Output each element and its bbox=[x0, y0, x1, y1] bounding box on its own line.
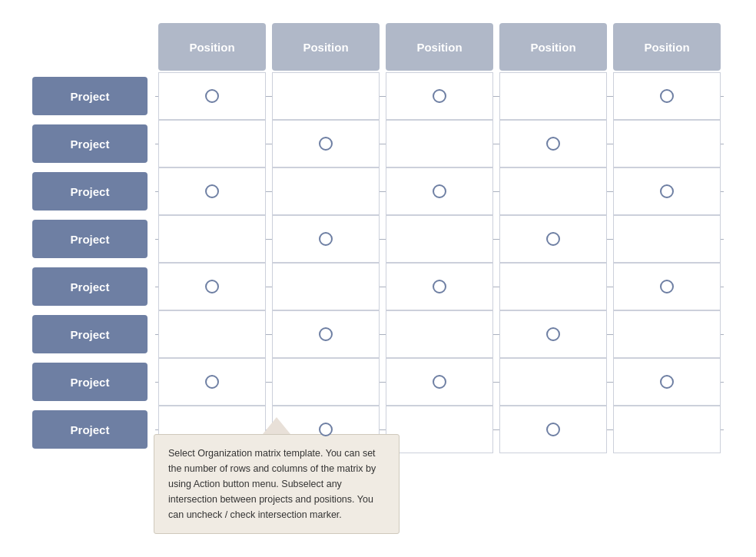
cell-0-0[interactable] bbox=[158, 72, 266, 120]
matrix-area: PositionPositionPositionPositionPosition… bbox=[32, 23, 724, 453]
position-header-3: Position bbox=[499, 23, 607, 71]
project-label-0: Project bbox=[32, 77, 148, 115]
cell-3-0[interactable] bbox=[158, 215, 266, 263]
callout-container: Select Organization matrix template. You… bbox=[154, 417, 400, 534]
circle-marker-2-0 bbox=[205, 184, 219, 198]
matrix-row-0: Project bbox=[32, 72, 724, 120]
circle-marker-7-1 bbox=[319, 423, 333, 436]
cell-5-0[interactable] bbox=[158, 310, 266, 358]
cell-6-4[interactable] bbox=[613, 358, 721, 406]
circle-marker-0-4 bbox=[660, 89, 674, 103]
circle-marker-5-1 bbox=[319, 327, 333, 341]
cell-7-2[interactable] bbox=[386, 406, 493, 453]
project-label-1: Project bbox=[32, 124, 148, 163]
matrix-row-1: Project bbox=[32, 120, 724, 167]
callout-box: Select Organization matrix template. You… bbox=[154, 434, 400, 534]
position-header-4: Position bbox=[613, 23, 721, 71]
cell-4-2[interactable] bbox=[386, 263, 493, 310]
cell-5-1[interactable] bbox=[272, 310, 380, 358]
cells-row-2 bbox=[155, 167, 724, 215]
circle-marker-4-2 bbox=[433, 280, 446, 293]
cells-row-3 bbox=[155, 215, 724, 263]
cell-3-3[interactable] bbox=[499, 215, 607, 263]
circle-marker-6-2 bbox=[433, 375, 446, 389]
project-label-3: Project bbox=[32, 220, 148, 258]
cell-3-2[interactable] bbox=[386, 215, 493, 263]
cell-5-3[interactable] bbox=[499, 310, 607, 358]
cells-row-0 bbox=[155, 72, 724, 120]
cell-2-1[interactable] bbox=[272, 167, 380, 215]
circle-marker-5-3 bbox=[546, 327, 560, 341]
cell-7-3[interactable] bbox=[499, 406, 607, 453]
project-label-5: Project bbox=[32, 315, 148, 353]
cell-6-0[interactable] bbox=[158, 358, 266, 406]
cells-row-6 bbox=[155, 358, 724, 406]
project-label-7: Project bbox=[32, 410, 148, 449]
main-container: PositionPositionPositionPositionPosition… bbox=[0, 0, 756, 557]
matrix-row-2: Project bbox=[32, 167, 724, 215]
cell-4-1[interactable] bbox=[272, 263, 380, 310]
circle-marker-4-4 bbox=[660, 280, 674, 293]
cells-row-4 bbox=[155, 263, 724, 310]
cell-1-0[interactable] bbox=[158, 120, 266, 167]
circle-marker-2-2 bbox=[433, 184, 446, 198]
cell-1-1[interactable] bbox=[272, 120, 380, 167]
header-row: PositionPositionPositionPositionPosition bbox=[155, 23, 724, 71]
cell-1-3[interactable] bbox=[499, 120, 607, 167]
cell-3-4[interactable] bbox=[613, 215, 721, 263]
cell-4-3[interactable] bbox=[499, 263, 607, 310]
circle-marker-3-1 bbox=[319, 232, 333, 246]
cell-6-3[interactable] bbox=[499, 358, 607, 406]
cell-1-2[interactable] bbox=[386, 120, 493, 167]
circle-marker-0-2 bbox=[433, 89, 446, 103]
matrix-row-5: Project bbox=[32, 310, 724, 358]
circle-marker-2-4 bbox=[660, 184, 674, 198]
cell-0-2[interactable] bbox=[386, 72, 493, 120]
body-area: ProjectProjectProjectProjectProjectProje… bbox=[32, 72, 724, 453]
cell-0-3[interactable] bbox=[499, 72, 607, 120]
cell-0-1[interactable] bbox=[272, 72, 380, 120]
cell-2-0[interactable] bbox=[158, 167, 266, 215]
circle-marker-0-0 bbox=[205, 89, 219, 103]
cell-5-2[interactable] bbox=[386, 310, 493, 358]
cell-0-4[interactable] bbox=[613, 72, 721, 120]
circle-marker-6-4 bbox=[660, 375, 674, 389]
cell-6-1[interactable] bbox=[272, 358, 380, 406]
cells-row-5 bbox=[155, 310, 724, 358]
cell-4-4[interactable] bbox=[613, 263, 721, 310]
project-label-2: Project bbox=[32, 172, 148, 211]
circle-marker-4-0 bbox=[205, 280, 219, 293]
callout-arrow bbox=[263, 417, 290, 434]
cell-2-3[interactable] bbox=[499, 167, 607, 215]
cell-3-1[interactable] bbox=[272, 215, 380, 263]
circle-marker-1-3 bbox=[546, 137, 560, 151]
cell-2-2[interactable] bbox=[386, 167, 493, 215]
cell-6-2[interactable] bbox=[386, 358, 493, 406]
cell-5-4[interactable] bbox=[613, 310, 721, 358]
matrix-row-3: Project bbox=[32, 215, 724, 263]
circle-marker-3-3 bbox=[546, 232, 560, 246]
circle-marker-1-1 bbox=[319, 137, 333, 151]
circle-marker-6-0 bbox=[205, 375, 219, 389]
position-header-2: Position bbox=[386, 23, 493, 71]
project-label-6: Project bbox=[32, 363, 148, 401]
cell-4-0[interactable] bbox=[158, 263, 266, 310]
position-header-1: Position bbox=[272, 23, 380, 71]
circle-marker-7-3 bbox=[546, 423, 560, 436]
cell-2-4[interactable] bbox=[613, 167, 721, 215]
cell-7-4[interactable] bbox=[613, 406, 721, 453]
matrix-row-6: Project bbox=[32, 358, 724, 406]
cells-row-1 bbox=[155, 120, 724, 167]
position-header-0: Position bbox=[158, 23, 266, 71]
project-label-4: Project bbox=[32, 267, 148, 306]
cell-1-4[interactable] bbox=[613, 120, 721, 167]
matrix-row-4: Project bbox=[32, 263, 724, 310]
